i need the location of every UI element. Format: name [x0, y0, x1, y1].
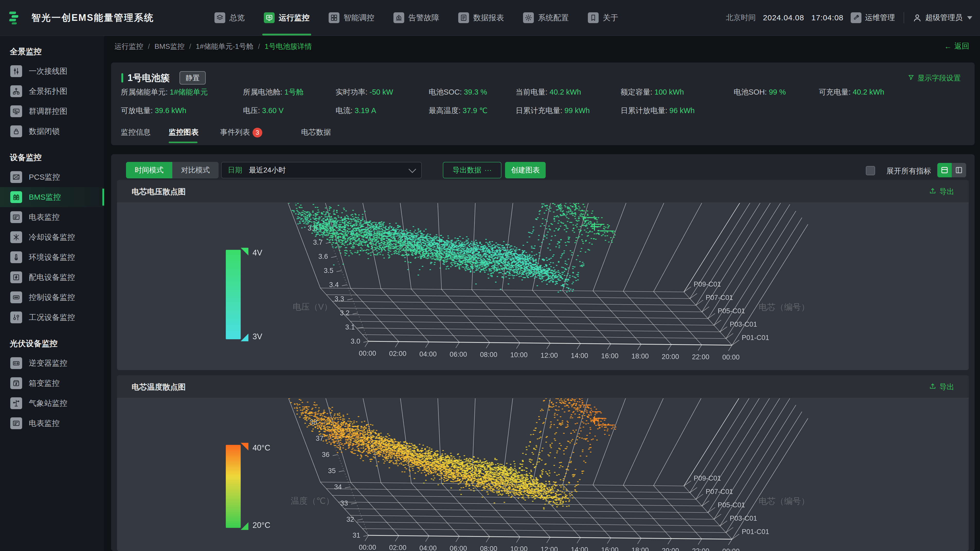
- field-value: 99 kWh: [565, 106, 590, 114]
- export-data-button[interactable]: 导出数据 ···: [443, 162, 501, 178]
- field-value: 37.9 ℃: [463, 106, 488, 114]
- expand-all-label: 展开所有指标: [886, 166, 931, 176]
- field-label: 电压:: [243, 106, 260, 114]
- sidebar-item-1-3[interactable]: 冷却设备监控: [0, 227, 104, 247]
- ops-label: 运维管理: [865, 13, 895, 23]
- temperature-export-button[interactable]: 导出: [929, 382, 954, 392]
- field-label: 额定容量:: [620, 88, 652, 96]
- sidebar-item-2-0[interactable]: 逆变器监控: [0, 353, 104, 373]
- field-settings-button[interactable]: 显示字段设置: [908, 73, 961, 83]
- field-value: 100 kWh: [654, 88, 684, 96]
- nav-item-2[interactable]: 智能调控: [329, 0, 374, 35]
- breadcrumb-item-2[interactable]: 1#储能单元-1号舱: [196, 41, 253, 51]
- sidebar-item-1-6[interactable]: 控制设备监控: [0, 287, 104, 307]
- create-chart-button[interactable]: 创建图表: [505, 162, 546, 178]
- tab-2[interactable]: 事件列表3: [220, 127, 262, 143]
- split-layout-button[interactable]: [952, 163, 966, 177]
- breadcrumb-item-1[interactable]: BMS监控: [154, 41, 185, 51]
- field-value: 40.2 kWh: [549, 88, 581, 96]
- field-label: 所属电池舱:: [243, 88, 282, 96]
- app-logo: 智光一创EMS能量管理系统: [0, 11, 199, 25]
- sidebar: 全景监控一次接线图全景拓扑图群调群控图数据闭锁设备监控PCS监控BMS监控电表监…: [0, 35, 105, 551]
- battery-field: 可充电量:40.2 kWh: [819, 87, 885, 97]
- colorbar[interactable]: [226, 250, 241, 339]
- battery-field: 所属储能单元:1#储能单元: [121, 87, 208, 97]
- sidebar-item-label: 一次接线图: [29, 66, 67, 76]
- sidebar-item-0-0[interactable]: 一次接线图: [0, 61, 104, 81]
- nav-item-6[interactable]: 关于: [588, 0, 618, 35]
- sidebar-section-header: 全景监控: [0, 35, 104, 61]
- back-button[interactable]: ← 返回: [944, 41, 969, 51]
- alarm-icon: [393, 12, 404, 23]
- control-icon: [10, 291, 22, 303]
- voltage-scatter-panel: 电芯电压散点图 导出 4V3V: [117, 180, 969, 370]
- tab-label: 监控图表: [169, 128, 199, 136]
- clock-label: 北京时间: [726, 13, 756, 23]
- sidebar-item-0-3[interactable]: 数据闭锁: [0, 121, 104, 141]
- breadcrumb-item-3: 1号电池簇详情: [265, 41, 312, 51]
- colorbar-min-handle[interactable]: [241, 522, 248, 530]
- nav-item-0[interactable]: 总览: [215, 0, 245, 35]
- colorbar-min-label: 20°C: [253, 521, 270, 530]
- single-column-layout-button[interactable]: [937, 163, 952, 177]
- sidebar-item-1-7[interactable]: 工况设备监控: [0, 307, 104, 327]
- ops-management-link[interactable]: 运维管理: [851, 12, 895, 23]
- status-badge: 静置: [180, 71, 206, 84]
- user-menu[interactable]: 超级管理员: [913, 13, 972, 23]
- field-value: 3.19 A: [355, 106, 376, 114]
- nav-item-3[interactable]: 告警故障: [393, 0, 439, 35]
- date-range-select[interactable]: 日期 最近24小时: [221, 162, 422, 178]
- clock-date: 2024.04.08: [763, 13, 804, 22]
- sidebar-section-header: 光伏设备监控: [0, 327, 104, 353]
- colorbar[interactable]: [226, 445, 241, 528]
- colorbar-max-handle[interactable]: [241, 248, 248, 256]
- nav-item-4[interactable]: 数据报表: [458, 0, 504, 35]
- sidebar-item-1-1[interactable]: BMS监控: [0, 187, 104, 207]
- topbar-divider: [904, 12, 904, 24]
- colorbar-max-handle[interactable]: [241, 443, 248, 451]
- nav-label: 告警故障: [408, 13, 439, 23]
- voltage-chart-title: 电芯电压散点图: [132, 187, 186, 197]
- field-label: 电池SOC:: [429, 88, 462, 96]
- expand-all-checkbox[interactable]: [866, 166, 875, 175]
- sidebar-item-1-5[interactable]: 配电设备监控: [0, 267, 104, 287]
- battery-field: 电池SOC:39.3 %: [429, 87, 487, 97]
- sidebar-item-1-4[interactable]: 环境设备监控: [0, 247, 104, 267]
- sidebar-item-2-1[interactable]: 箱变监控: [0, 373, 104, 393]
- voltage-export-button[interactable]: 导出: [929, 187, 954, 197]
- field-label: 可充电量:: [819, 88, 851, 96]
- sidebar-item-0-2[interactable]: 群调群控图: [0, 101, 104, 121]
- sidebar-item-label: PCS监控: [29, 172, 60, 183]
- time-mode-button[interactable]: 时间模式: [126, 162, 172, 178]
- title-accent-bar: [121, 73, 123, 83]
- tab-0[interactable]: 监控信息: [121, 127, 151, 143]
- tab-label: 监控信息: [121, 128, 151, 136]
- field-value: 96 kWh: [669, 106, 695, 114]
- user-icon: [913, 13, 922, 22]
- export-data-label: 导出数据: [453, 165, 481, 175]
- sidebar-item-2-2[interactable]: 气象站监控: [0, 393, 104, 413]
- funnel-icon: [908, 74, 915, 83]
- breadcrumb-item-0[interactable]: 运行监控: [115, 41, 143, 51]
- sidebar-item-1-2[interactable]: 电表监控: [0, 207, 104, 227]
- colorbar-min-label: 3V: [253, 332, 262, 341]
- compare-mode-button[interactable]: 对比模式: [172, 162, 219, 178]
- wrench-icon: [851, 12, 861, 23]
- colorbar-min-handle[interactable]: [241, 333, 248, 341]
- sidebar-item-label: 群调群控图: [29, 106, 67, 117]
- voltage-scatter3d-canvas[interactable]: [117, 203, 969, 370]
- meter-icon: [10, 418, 22, 429]
- nav-item-5[interactable]: 系统配置: [523, 0, 569, 35]
- battery-icon: [10, 191, 22, 203]
- weather-icon: [10, 397, 22, 409]
- tab-3[interactable]: 电芯数据: [301, 127, 331, 143]
- battery-field: 日累计充电量:99 kWh: [515, 106, 590, 116]
- nav-label: 数据报表: [473, 13, 504, 23]
- colorbar-max-label: 40°C: [253, 443, 270, 453]
- sidebar-item-2-3[interactable]: 电表监控: [0, 413, 104, 433]
- tab-1[interactable]: 监控图表: [169, 127, 199, 143]
- sidebar-item-0-1[interactable]: 全景拓扑图: [0, 81, 104, 101]
- sidebar-item-1-0[interactable]: PCS监控: [0, 167, 104, 187]
- panel-header: 电芯温度散点图 导出: [117, 375, 969, 399]
- nav-item-1[interactable]: 运行监控: [264, 0, 310, 35]
